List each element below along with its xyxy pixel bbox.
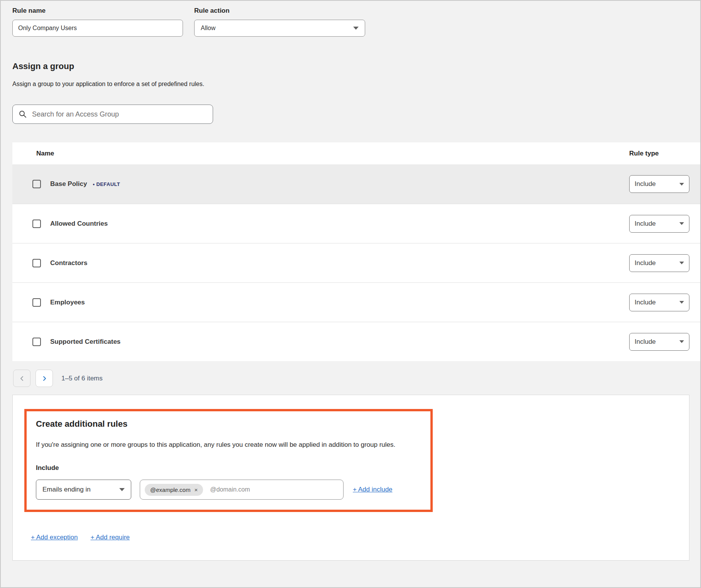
access-group-search[interactable] bbox=[12, 105, 213, 124]
create-additional-rules-heading: Create additional rules bbox=[36, 419, 421, 429]
row-name: Employees bbox=[50, 299, 85, 306]
rule-type-value: Include bbox=[635, 259, 656, 267]
email-domain-chip: @example.com × bbox=[145, 484, 203, 496]
row-name: Allowed Countries bbox=[50, 220, 108, 228]
row-name: Contractors bbox=[50, 259, 87, 267]
table-row[interactable]: Supported Certificates Include bbox=[12, 322, 700, 361]
chevron-down-icon bbox=[679, 222, 684, 225]
chevron-down-icon bbox=[679, 301, 684, 304]
pagination: 1–5 of 6 items bbox=[13, 370, 700, 387]
rule-action-label: Rule action bbox=[194, 7, 365, 15]
table-row[interactable]: Allowed Countries Include bbox=[12, 204, 700, 243]
row-name: Supported Certificates bbox=[50, 338, 120, 346]
row-checkbox[interactable] bbox=[32, 259, 41, 267]
email-domains-input[interactable]: @example.com × bbox=[140, 480, 344, 500]
search-icon bbox=[19, 110, 27, 118]
row-checkbox[interactable] bbox=[32, 180, 41, 188]
rule-name-field: Rule name bbox=[12, 7, 183, 37]
rule-name-input[interactable] bbox=[12, 20, 183, 37]
rule-action-dropdown[interactable]: Allow bbox=[194, 20, 365, 37]
row-checkbox[interactable] bbox=[32, 298, 41, 307]
rule-type-dropdown[interactable]: Include bbox=[629, 215, 689, 233]
chevron-down-icon bbox=[353, 27, 359, 30]
access-groups-table: Name Rule type Base Policy • DEFAULT Inc… bbox=[12, 142, 700, 361]
search-input[interactable] bbox=[32, 110, 207, 118]
chevron-down-icon bbox=[679, 340, 684, 343]
rule-type-value: Include bbox=[635, 338, 656, 346]
table-row[interactable]: Base Policy • DEFAULT Include bbox=[12, 164, 700, 204]
additional-rules-card: Create additional rules If you're assign… bbox=[12, 395, 689, 561]
chip-label: @example.com bbox=[150, 487, 190, 493]
assign-group-description: Assign a group to your application to en… bbox=[12, 81, 700, 88]
chevron-down-icon bbox=[119, 488, 125, 491]
include-label: Include bbox=[36, 464, 421, 472]
column-header-rule-type: Rule type bbox=[629, 150, 689, 157]
add-exception-link[interactable]: + Add exception bbox=[31, 534, 78, 541]
column-header-name: Name bbox=[12, 150, 54, 157]
rule-type-dropdown[interactable]: Include bbox=[629, 175, 689, 193]
rule-form: Rule name Rule action Allow bbox=[1, 1, 700, 37]
pagination-range-text: 1–5 of 6 items bbox=[61, 375, 103, 382]
chevron-left-icon bbox=[19, 376, 25, 381]
rule-type-dropdown[interactable]: Include bbox=[629, 254, 689, 272]
table-row[interactable]: Employees Include bbox=[12, 282, 700, 322]
row-name: Base Policy bbox=[50, 180, 87, 188]
rule-type-dropdown[interactable]: Include bbox=[629, 333, 689, 351]
table-row[interactable]: Contractors Include bbox=[12, 243, 700, 282]
rule-action-value: Allow bbox=[201, 25, 215, 32]
table-header: Name Rule type bbox=[12, 142, 700, 164]
rule-name-label: Rule name bbox=[12, 7, 183, 15]
rule-action-field: Rule action Allow bbox=[194, 7, 365, 37]
create-additional-rules-description: If you're assigning one or more groups t… bbox=[36, 441, 421, 449]
include-rule-controls: Emails ending in @example.com × + Add in… bbox=[36, 480, 421, 500]
email-domain-field[interactable] bbox=[210, 486, 339, 493]
rule-type-value: Include bbox=[635, 180, 656, 188]
page: Rule name Rule action Allow Assign a gro… bbox=[0, 0, 701, 588]
condition-type-value: Emails ending in bbox=[42, 486, 91, 493]
remove-chip-icon[interactable]: × bbox=[194, 487, 198, 493]
row-checkbox[interactable] bbox=[32, 220, 41, 228]
table-body: Base Policy • DEFAULT Include Allowed Co… bbox=[12, 164, 700, 361]
rule-links: + Add exception + Add require bbox=[31, 534, 689, 541]
chevron-down-icon bbox=[679, 183, 684, 186]
chevron-down-icon bbox=[679, 262, 684, 264]
previous-page-button[interactable] bbox=[13, 370, 30, 387]
condition-type-dropdown[interactable]: Emails ending in bbox=[36, 480, 131, 500]
rule-type-value: Include bbox=[635, 220, 656, 228]
rule-type-value: Include bbox=[635, 299, 656, 306]
create-additional-rules-highlight: Create additional rules If you're assign… bbox=[24, 409, 433, 512]
add-require-link[interactable]: + Add require bbox=[90, 534, 130, 541]
chevron-right-icon bbox=[42, 376, 47, 381]
rule-type-dropdown[interactable]: Include bbox=[629, 294, 689, 311]
assign-group-heading: Assign a group bbox=[12, 61, 700, 71]
next-page-button[interactable] bbox=[36, 370, 53, 387]
add-include-link[interactable]: + Add include bbox=[353, 486, 393, 493]
row-checkbox[interactable] bbox=[32, 338, 41, 346]
default-badge: • DEFAULT bbox=[93, 181, 120, 187]
